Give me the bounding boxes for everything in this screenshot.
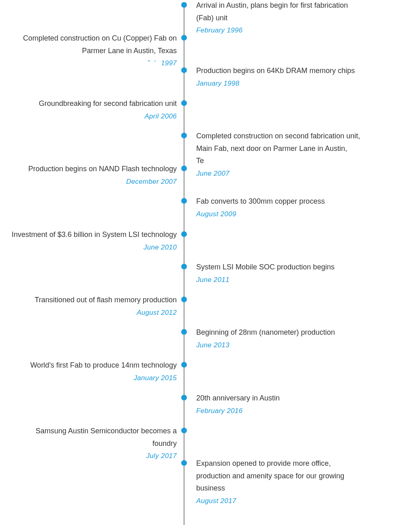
timeline-date: August 2017 — [196, 497, 362, 505]
timeline-title: World's first Fab to produce 14nm techno… — [11, 359, 177, 372]
timeline-content: Expansion opened to provide more office,… — [196, 457, 362, 505]
timeline-date: June 2007 — [196, 170, 362, 178]
timeline-title: Beginning of 28nm (nanometer) production — [196, 326, 362, 339]
timeline-date: June 2011 — [196, 276, 362, 284]
timeline-dot — [181, 231, 187, 237]
timeline-content: Fab converts to 300mm copper processAugu… — [196, 195, 362, 218]
occlusion-overlay — [136, 62, 162, 69]
timeline-dot — [181, 395, 187, 400]
timeline-date: December 2007 — [11, 178, 177, 186]
timeline-date: July 2017 — [11, 452, 177, 460]
timeline-date: April 2006 — [11, 112, 177, 120]
timeline-content: Investment of $3.6 billion in System LSI… — [11, 228, 177, 252]
timeline-dot — [181, 460, 187, 466]
timeline-title: Expansion opened to provide more office,… — [196, 457, 362, 495]
timeline-dot — [181, 428, 187, 433]
occlusion-overlay — [204, 159, 245, 167]
timeline-dot — [181, 67, 187, 73]
timeline-title: Production begins on 64Kb DRAM memory ch… — [196, 65, 362, 77]
timeline-title: Transitioned out of flash memory product… — [11, 294, 177, 306]
timeline-content: Groundbreaking for second fabrication un… — [11, 97, 177, 120]
timeline-content: Completed construction on second fabrica… — [196, 130, 362, 178]
timeline-content: Beginning of 28nm (nanometer) production… — [196, 326, 362, 349]
timeline-content: System LSI Mobile SOC production beginsJ… — [196, 261, 362, 284]
timeline-content: 20th anniversary in AustinFebruary 2016 — [196, 392, 362, 415]
timeline-title: Arrival in Austin, plans begin for first… — [196, 0, 362, 24]
timeline-title: Completed construction on Cu (Copper) Fa… — [11, 32, 177, 57]
timeline-content: Transitioned out of flash memory product… — [11, 294, 177, 317]
timeline-content: Samsung Austin Semiconductor becomes a f… — [11, 425, 177, 460]
timeline-title: Investment of $3.6 billion in System LSI… — [11, 228, 177, 241]
timeline-container: Arrival in Austin, plans begin for first… — [0, 0, 420, 525]
timeline-date: June 2010 — [11, 243, 177, 252]
timeline-date: January 1998 — [196, 80, 362, 88]
timeline-date: January 2015 — [11, 374, 177, 382]
timeline-date: August 2009 — [196, 210, 362, 218]
timeline-dot — [181, 264, 187, 269]
timeline-dot — [181, 35, 187, 41]
timeline-date: February 1996 — [196, 26, 362, 34]
timeline-date: August 2012 — [11, 309, 177, 317]
timeline-date: June 2013 — [196, 341, 362, 349]
timeline-dot — [181, 329, 187, 335]
timeline-content: Production begins on 64Kb DRAM memory ch… — [196, 65, 362, 88]
timeline-date: February 2016 — [196, 407, 362, 415]
timeline-dot — [181, 2, 187, 8]
timeline-title: 20th anniversary in Austin — [196, 392, 362, 405]
timeline-content: World's first Fab to produce 14nm techno… — [11, 359, 177, 382]
timeline-dot — [181, 198, 187, 204]
timeline-content: Arrival in Austin, plans begin for first… — [196, 0, 362, 34]
timeline-title: System LSI Mobile SOC production begins — [196, 261, 362, 273]
timeline-dot — [181, 166, 187, 171]
timeline-dot — [181, 133, 187, 138]
timeline-content: Production begins on NAND Flash technolo… — [11, 163, 177, 186]
timeline-dot — [181, 100, 187, 106]
timeline-dot — [181, 362, 187, 368]
timeline-title: Samsung Austin Semiconductor becomes a f… — [11, 425, 177, 450]
timeline-title: Fab converts to 300mm copper process — [196, 195, 362, 208]
timeline-title: Groundbreaking for second fabrication un… — [11, 97, 177, 110]
timeline-title: Production begins on NAND Flash technolo… — [11, 163, 177, 175]
timeline-dot — [181, 297, 187, 302]
